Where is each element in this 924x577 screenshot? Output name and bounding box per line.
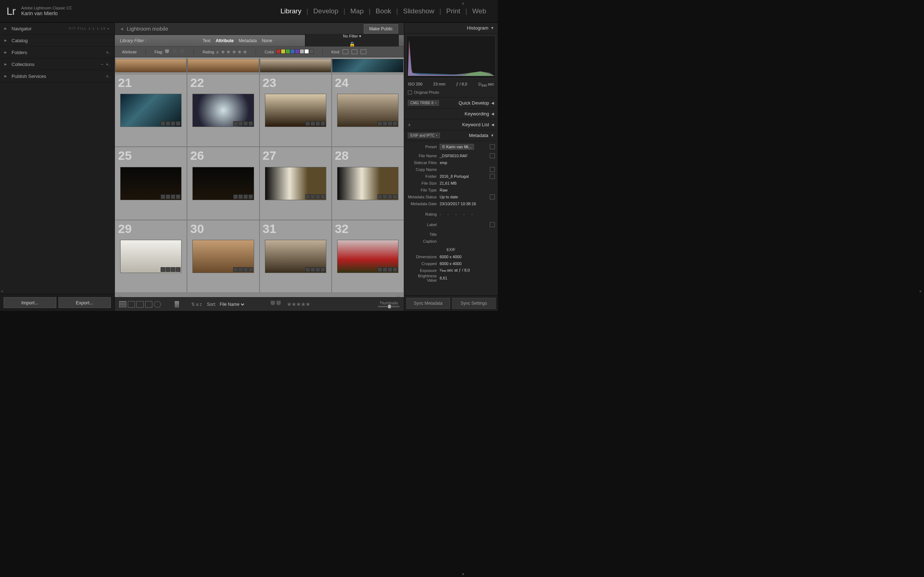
thumbnail-cell[interactable]: 29 [115,220,187,293]
thumbnail-cell[interactable]: 23 [260,74,332,147]
thumbnail-image[interactable] [337,94,399,127]
kind-virtual-icon[interactable] [352,49,357,54]
thumbnail-image[interactable] [192,240,254,273]
badge-icon[interactable] [243,194,248,199]
badge-icon[interactable] [243,267,248,272]
badge-icon[interactable] [166,267,170,272]
color-swatch[interactable] [295,49,300,54]
toolbar-flag-group[interactable] [270,301,281,308]
collection-name[interactable]: Lightroom mobile [127,26,364,32]
thumbnail-cell[interactable]: 28 [332,147,404,220]
filter-preset-dropdown[interactable]: No Filter ▾ [343,34,361,39]
loupe-view-icon[interactable] [128,301,135,308]
thumbnail-size-slider[interactable]: Thumbnails [378,301,399,307]
badge-icon[interactable] [166,194,170,199]
histogram-panel-title[interactable]: Histogram [408,25,488,31]
thumbnail-grid[interactable]: 212223242526272829303132 ⇋⇋ [115,57,404,297]
badge-icon[interactable] [305,121,310,126]
add-icon[interactable]: +. [106,73,110,79]
compare-view-icon[interactable] [136,301,144,308]
collapse-left-icon[interactable]: ◂ [1,288,4,296]
badge-icon[interactable] [315,121,320,126]
thumbnail-image[interactable] [192,167,254,200]
thumbnail-image[interactable] [120,240,181,273]
badge-icon[interactable] [315,267,320,272]
metadata-action-icon[interactable] [490,174,495,179]
badge-icon[interactable] [166,121,170,126]
badge-icon[interactable] [238,194,243,199]
badge-icon[interactable] [320,121,325,126]
badge-icon[interactable] [176,267,181,272]
badge-icon[interactable] [320,267,325,272]
metadata-preset-action-icon[interactable] [490,144,495,149]
sort-direction-icon[interactable]: ⇅ a z [191,302,202,307]
badge-icon[interactable] [320,194,325,199]
color-swatch[interactable] [286,49,290,54]
badge-icon[interactable] [305,267,310,272]
thumbnail-cell[interactable]: 27 [260,147,332,220]
keywording-panel-title[interactable]: Keywording [408,111,489,116]
badge-icon[interactable] [238,121,243,126]
thumbnail-cell[interactable]: 21 [115,74,187,147]
quick-develop-panel-title[interactable]: Quick Develop [439,100,489,106]
survey-view-icon[interactable] [145,301,152,308]
people-view-icon[interactable] [154,301,161,308]
badge-icon[interactable] [383,267,387,272]
module-map[interactable]: Map [346,7,369,15]
badge-icon[interactable] [176,194,181,199]
module-book[interactable]: Book [370,7,396,15]
metadata-action-icon[interactable] [490,167,495,172]
sync-settings-button[interactable]: Sync Settings [452,298,496,309]
identity-plate[interactable]: Karin van Mierlo [21,10,72,16]
left-section-publish-services[interactable]: ▶Publish Services+. [0,70,115,82]
export-button[interactable]: Export... [58,297,111,308]
badge-icon[interactable] [176,121,181,126]
thumbnail-image[interactable] [120,94,181,127]
flag-rejected-icon[interactable] [180,49,184,55]
color-swatch[interactable] [309,49,313,54]
sync-metadata-button[interactable]: Sync Metadata [406,298,450,309]
color-swatch[interactable] [300,49,304,54]
module-library[interactable]: Library [275,7,307,15]
badge-icon[interactable] [388,267,393,272]
badge-icon[interactable] [310,194,315,199]
grid-view-icon[interactable] [119,301,126,308]
badge-icon[interactable] [378,121,382,126]
metadata-panel-title[interactable]: Metadata [440,133,488,138]
badge-icon[interactable] [393,267,397,272]
original-photo-checkbox[interactable] [408,90,412,95]
sort-field-dropdown[interactable]: File Name [218,301,246,307]
color-swatch[interactable] [276,49,281,54]
filter-tab-none[interactable]: None [262,38,272,43]
module-slideshow[interactable]: Slideshow [398,7,439,15]
thumbnail-image[interactable] [265,94,326,127]
metadata-preset-dropdown[interactable]: © Karin van Mi... [439,144,474,150]
badge-icon[interactable] [161,194,165,199]
thumbnail-image[interactable] [192,94,254,127]
add-icon[interactable]: +. [106,49,110,55]
badge-icon[interactable] [310,267,315,272]
badge-icon[interactable] [393,194,397,199]
badge-icon[interactable] [233,194,238,199]
add-keyword-icon[interactable]: + [408,122,411,128]
badge-icon[interactable] [238,267,243,272]
metadata-view-chip[interactable]: EXIF and IPTC [408,133,440,138]
badge-icon[interactable] [171,194,175,199]
badge-icon[interactable] [243,121,248,126]
thumbnail-image[interactable] [120,167,181,200]
remove-icon[interactable]: − [101,61,103,67]
badge-icon[interactable] [378,194,382,199]
filter-tab-text[interactable]: Text [202,38,210,43]
left-section-catalog[interactable]: ▶Catalog [0,35,115,47]
badge-icon[interactable] [233,267,238,272]
rating-stars[interactable]: ★ ★ ★ ★ ★ [221,49,247,55]
thumbnail-image[interactable] [337,167,399,200]
keyword-list-panel-title[interactable]: Keyword List [411,122,489,127]
add-icon[interactable]: +. [106,61,110,67]
expand-top-arrow[interactable]: ▴ [462,0,464,5]
badge-icon[interactable] [383,194,387,199]
color-swatch[interactable] [281,49,286,54]
badge-icon[interactable] [161,267,165,272]
filter-tab-attribute[interactable]: Attribute [215,38,234,43]
make-public-button[interactable]: Make Public [364,24,398,34]
